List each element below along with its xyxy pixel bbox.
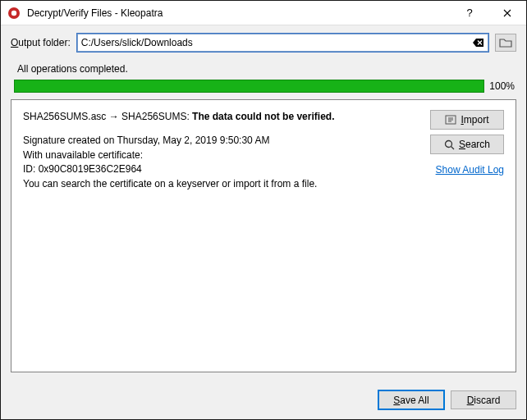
output-folder-input[interactable] xyxy=(78,34,470,51)
search-icon xyxy=(444,139,455,150)
import-icon xyxy=(445,115,456,125)
browse-folder-button[interactable] xyxy=(495,34,516,52)
titlebar: Decrypt/Verify Files - Kleopatra ? xyxy=(1,1,526,25)
result-file-from: SHA256SUMS.asc xyxy=(23,111,106,122)
result-side-actions: Import Search Show Audit Log xyxy=(428,110,504,176)
folder-icon xyxy=(499,37,512,48)
signature-created-line: Signature created on Thursday, May 2, 20… xyxy=(23,134,420,148)
window-title: Decrypt/Verify Files - Kleopatra xyxy=(27,7,451,19)
result-file-to: SHA256SUMS: xyxy=(121,111,190,122)
dialog-window: Decrypt/Verify Files - Kleopatra ? Outpu… xyxy=(0,0,527,420)
search-hint-line: You can search the certificate on a keys… xyxy=(23,177,420,191)
close-button[interactable] xyxy=(488,1,526,25)
result-text-block: SHA256SUMS.asc → SHA256SUMS: The data co… xyxy=(23,110,420,191)
output-folder-field-wrap xyxy=(77,34,488,52)
status-message: All operations completed. xyxy=(17,63,515,75)
cert-unavailable-line: With unavailable certificate: xyxy=(23,148,420,162)
output-folder-row: Output folder: xyxy=(11,34,516,52)
show-audit-log-link[interactable]: Show Audit Log xyxy=(436,164,504,176)
result-heading: SHA256SUMS.asc → SHA256SUMS: The data co… xyxy=(23,110,420,124)
svg-point-3 xyxy=(445,140,451,147)
save-all-button[interactable]: Save All xyxy=(378,390,444,409)
result-panel: SHA256SUMS.asc → SHA256SUMS: The data co… xyxy=(11,99,516,372)
import-button[interactable]: Import xyxy=(430,110,504,130)
clear-input-button[interactable] xyxy=(470,38,488,48)
search-button[interactable]: Search xyxy=(430,135,504,154)
progress-percent: 100% xyxy=(489,80,515,92)
help-button[interactable]: ? xyxy=(451,1,488,25)
arrow-icon: → xyxy=(109,111,119,122)
app-icon xyxy=(7,7,21,20)
discard-button[interactable]: Discard xyxy=(451,390,516,409)
progress-row: 100% xyxy=(11,80,516,93)
progress-bar xyxy=(14,80,484,93)
svg-point-1 xyxy=(11,10,16,15)
svg-line-4 xyxy=(451,146,454,149)
content-area: Output folder: All operations completed.… xyxy=(1,25,526,382)
result-verdict: The data could not be verified. xyxy=(192,111,334,122)
dialog-footer: Save All Discard xyxy=(1,382,526,419)
output-folder-label: Output folder: xyxy=(11,37,71,48)
cert-id-line: ID: 0x90C8019E36C2E964 xyxy=(23,162,420,176)
